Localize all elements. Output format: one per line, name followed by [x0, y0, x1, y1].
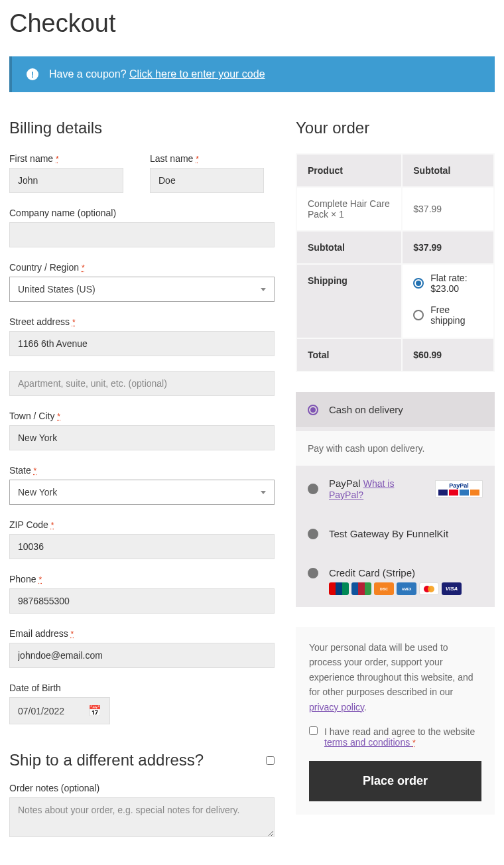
zip-field[interactable]: [9, 534, 275, 559]
dob-label: Date of Birth: [9, 683, 275, 693]
country-select[interactable]: United States (US): [9, 277, 275, 302]
terms-checkbox[interactable]: [309, 726, 318, 735]
col-subtotal: Subtotal: [403, 155, 493, 186]
zip-label: ZIP Code *: [9, 519, 275, 530]
email-label: Email address *: [9, 628, 275, 639]
payment-funnelkit[interactable]: Test Gateway By FunnelKit: [296, 516, 495, 551]
state-label: State *: [9, 465, 275, 476]
last-name-field[interactable]: [150, 168, 264, 193]
billing-heading: Billing details: [9, 119, 275, 137]
order-heading: Your order: [296, 119, 495, 137]
order-notes-field[interactable]: [9, 797, 275, 837]
paypal-logo-icon: PayPal: [435, 480, 483, 498]
jcb-icon: [351, 582, 371, 595]
payment-stripe[interactable]: Credit Card (Stripe) DISC AMEX VISA: [296, 555, 495, 607]
order-total-row: Total $60.99: [297, 339, 493, 371]
amex-icon: AMEX: [397, 582, 416, 595]
privacy-text: Your personal data will be used to proce…: [309, 640, 481, 714]
company-label: Company name (optional): [9, 208, 275, 218]
terms-agree[interactable]: I have read and agree to the website ter…: [309, 726, 481, 748]
payment-cod[interactable]: Cash on delivery: [296, 392, 495, 427]
company-field[interactable]: [9, 222, 275, 247]
payment-cod-radio[interactable]: [308, 405, 318, 415]
chevron-down-icon: [261, 288, 266, 291]
last-name-label: Last name *: [150, 153, 264, 164]
order-notes-label: Order notes (optional): [9, 783, 275, 793]
order-summary: Product Subtotal Complete Hair Care Pack…: [296, 153, 495, 372]
calendar-icon: 📅: [88, 704, 101, 717]
coupon-banner: ! Have a coupon? Click here to enter you…: [9, 56, 495, 92]
order-shipping-row: Shipping Flat rate: $23.00 Free shipping: [297, 265, 493, 338]
col-product: Product: [297, 155, 401, 186]
shipping-free-radio[interactable]: [413, 310, 424, 320]
terms-conditions-link[interactable]: terms and conditions: [324, 737, 412, 748]
street2-field[interactable]: [9, 371, 275, 396]
shipping-flat-radio[interactable]: [413, 278, 424, 289]
info-icon: !: [27, 68, 38, 80]
discover-icon: DISC: [374, 582, 394, 595]
phone-field[interactable]: [9, 588, 275, 614]
city-field[interactable]: [9, 425, 275, 450]
visa-icon: VISA: [442, 582, 462, 595]
shipping-free-option[interactable]: Free shipping: [413, 304, 483, 326]
unionpay-icon: [329, 582, 349, 595]
order-subtotal-row: Subtotal $37.99: [297, 232, 493, 263]
phone-label: Phone *: [9, 574, 275, 584]
payment-cod-desc: Pay with cash upon delivery.: [296, 431, 495, 466]
dob-field[interactable]: 07/01/2022 📅: [9, 697, 110, 724]
payment-paypal[interactable]: PayPal What is PayPal? PayPal: [296, 466, 495, 512]
mastercard-icon: [419, 582, 439, 595]
ship-diff-checkbox[interactable]: [266, 756, 275, 765]
payment-stripe-radio[interactable]: [308, 568, 318, 578]
page-title: Checkout: [9, 9, 495, 38]
first-name-label: First name *: [9, 153, 123, 164]
place-order-button[interactable]: Place order: [309, 761, 481, 801]
chevron-down-icon: [261, 491, 266, 494]
payment-methods: Cash on delivery Pay with cash upon deli…: [296, 392, 495, 607]
city-label: Town / City *: [9, 411, 275, 421]
order-product-row: Complete Hair Care Pack × 1 $37.99: [297, 188, 493, 230]
email-field[interactable]: [9, 643, 275, 668]
card-icons: DISC AMEX VISA: [329, 582, 462, 595]
shipping-flat-rate-option[interactable]: Flat rate: $23.00: [413, 273, 483, 294]
terms-section: Your personal data will be used to proce…: [296, 627, 495, 815]
payment-funnelkit-radio[interactable]: [308, 529, 318, 539]
street-label: Street address *: [9, 316, 275, 327]
coupon-link[interactable]: Click here to enter your code: [129, 68, 265, 80]
first-name-field[interactable]: [9, 168, 123, 193]
country-label: Country / Region *: [9, 262, 275, 273]
state-select[interactable]: New York: [9, 480, 275, 505]
coupon-prompt: Have a coupon?: [49, 68, 129, 80]
privacy-policy-link[interactable]: privacy policy: [309, 702, 364, 712]
ship-diff-heading: Ship to a different address?: [9, 751, 204, 769]
street1-field[interactable]: [9, 331, 275, 356]
payment-paypal-radio[interactable]: [308, 484, 318, 494]
